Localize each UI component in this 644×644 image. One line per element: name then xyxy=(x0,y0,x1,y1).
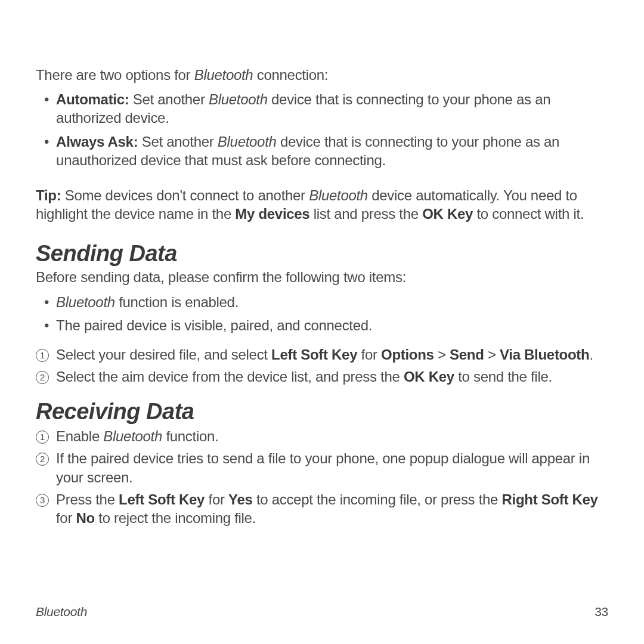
bluetooth-term: Bluetooth xyxy=(209,91,268,107)
option-always-ask-text: Always Ask: Set another Bluetooth device… xyxy=(56,132,608,169)
always-ask-prefix: Set another xyxy=(138,134,218,150)
bluetooth-term: Bluetooth xyxy=(218,134,277,150)
left-soft-key-term: Left Soft Key xyxy=(119,491,205,507)
footer-section: Bluetooth xyxy=(36,605,87,619)
tip-paragraph: Tip: Some devices don't connect to anoth… xyxy=(36,186,608,223)
s1-mid3: > xyxy=(484,346,500,363)
circled-1: 1 xyxy=(36,431,49,444)
bluetooth-term: Bluetooth xyxy=(103,428,162,444)
bluetooth-term: Bluetooth xyxy=(309,187,368,203)
intro-suffix: connection: xyxy=(253,67,328,83)
prereq1-suffix: function is enabled. xyxy=(115,294,239,310)
r3-mid2: to accept the incoming file, or press th… xyxy=(253,491,502,507)
step-number-icon: 2 xyxy=(36,369,50,386)
prereq-paired-visible: • The paired device is visible, paired, … xyxy=(36,316,608,335)
s1-prefix: Select your desired file, and select xyxy=(56,346,271,363)
intro-prefix: There are two options for xyxy=(36,67,194,83)
tip-label: Tip: xyxy=(36,187,61,203)
s1-suffix: . xyxy=(589,346,593,363)
sending-step-1-text: Select your desired file, and select Lef… xyxy=(56,345,608,364)
bluetooth-term: Bluetooth xyxy=(56,294,115,310)
r3-suffix: to reject the incoming file. xyxy=(95,510,256,526)
r3-mid3: for xyxy=(56,510,76,526)
step-number-icon: 1 xyxy=(36,346,50,364)
options-list: • Automatic: Set another Bluetooth devic… xyxy=(36,90,608,169)
r1-prefix: Enable xyxy=(56,428,103,444)
left-soft-key-term: Left Soft Key xyxy=(271,346,357,363)
receiving-step-2-text: If the paired device tries to send a fil… xyxy=(56,449,608,486)
tip-suffix: to connect with it. xyxy=(473,206,584,222)
prereq-text: Bluetooth function is enabled. xyxy=(56,293,608,311)
receiving-step-1-text: Enable Bluetooth function. xyxy=(56,427,608,445)
sending-intro: Before sending data, please confirm the … xyxy=(36,268,608,286)
circled-2: 2 xyxy=(36,371,49,384)
sending-step-1: 1 Select your desired file, and select L… xyxy=(36,345,608,364)
step-number-icon: 1 xyxy=(36,428,50,445)
r1-suffix: function. xyxy=(162,428,218,444)
step-number-icon: 2 xyxy=(36,450,50,486)
options-term: Options xyxy=(381,346,434,363)
intro-text: There are two options for Bluetooth conn… xyxy=(36,66,608,84)
footer-page-number: 33 xyxy=(595,605,608,619)
circled-2: 2 xyxy=(36,453,49,466)
bullet-icon: • xyxy=(44,293,49,311)
sending-step-2: 2 Select the aim device from the device … xyxy=(36,367,608,386)
yes-term: Yes xyxy=(228,491,252,507)
page-footer: Bluetooth 33 xyxy=(36,605,608,619)
tip-mid2: list and press the xyxy=(309,206,422,222)
option-automatic: • Automatic: Set another Bluetooth devic… xyxy=(36,90,608,127)
r3-prefix: Press the xyxy=(56,491,119,507)
r3-mid1: for xyxy=(205,491,228,507)
receiving-step-3: 3 Press the Left Soft Key for Yes to acc… xyxy=(36,490,608,527)
bullet-icon: • xyxy=(44,132,49,169)
prereq-bluetooth-enabled: • Bluetooth function is enabled. xyxy=(36,293,608,311)
right-soft-key-term: Right Soft Key xyxy=(502,491,598,507)
always-ask-label: Always Ask: xyxy=(56,134,138,150)
my-devices-term: My devices xyxy=(235,206,309,222)
sending-heading: Sending Data xyxy=(36,241,608,267)
tip-prefix: Some devices don't connect to another xyxy=(61,187,309,203)
s1-mid1: for xyxy=(357,346,381,363)
automatic-prefix: Set another xyxy=(129,91,209,107)
option-automatic-text: Automatic: Set another Bluetooth device … xyxy=(56,90,608,127)
bullet-icon: • xyxy=(44,90,49,127)
receiving-steps: 1 Enable Bluetooth function. 2 If the pa… xyxy=(36,427,608,527)
sending-steps: 1 Select your desired file, and select L… xyxy=(36,345,608,386)
ok-key-term: OK Key xyxy=(422,206,473,222)
s2-suffix: to send the file. xyxy=(454,369,552,385)
prereq2-text: The paired device is visible, paired, an… xyxy=(56,316,608,335)
receiving-step-2: 2 If the paired device tries to send a f… xyxy=(36,449,608,486)
bluetooth-term: Bluetooth xyxy=(194,67,253,83)
receiving-step-3-text: Press the Left Soft Key for Yes to accep… xyxy=(56,490,608,527)
automatic-label: Automatic: xyxy=(56,91,129,107)
option-always-ask: • Always Ask: Set another Bluetooth devi… xyxy=(36,132,608,169)
step-number-icon: 3 xyxy=(36,491,50,527)
send-term: Send xyxy=(450,346,484,363)
bullet-icon: • xyxy=(44,316,49,335)
sending-prereq-list: • Bluetooth function is enabled. • The p… xyxy=(36,293,608,335)
ok-key-term: OK Key xyxy=(404,369,454,385)
sending-step-2-text: Select the aim device from the device li… xyxy=(56,367,608,386)
via-bluetooth-term: Via Bluetooth xyxy=(500,346,589,363)
s1-mid2: > xyxy=(434,346,450,363)
receiving-heading: Receiving Data xyxy=(36,399,608,425)
receiving-step-1: 1 Enable Bluetooth function. xyxy=(36,427,608,445)
receiving-data-section: Receiving Data 1 Enable Bluetooth functi… xyxy=(36,399,608,527)
circled-1: 1 xyxy=(36,349,49,362)
no-term: No xyxy=(76,510,94,526)
sending-data-section: Sending Data Before sending data, please… xyxy=(36,241,608,386)
circled-3: 3 xyxy=(36,494,49,507)
s2-prefix: Select the aim device from the device li… xyxy=(56,369,404,385)
